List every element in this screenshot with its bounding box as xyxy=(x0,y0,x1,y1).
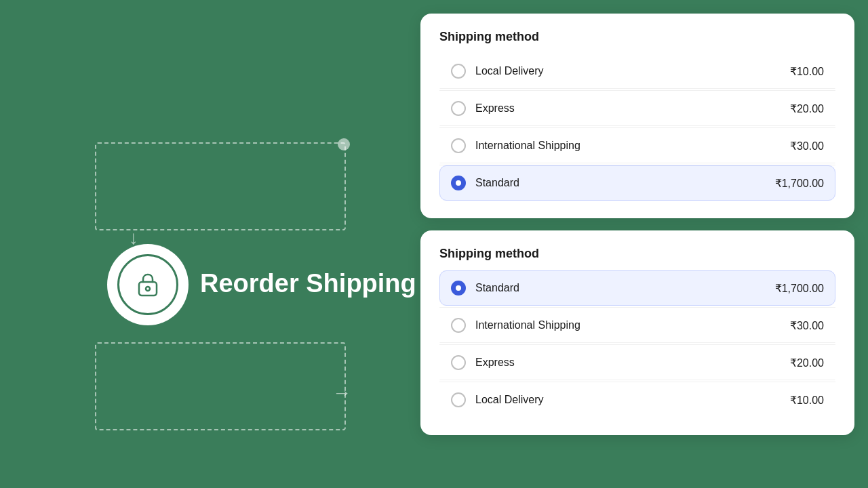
option-label-international-1: International Shipping xyxy=(475,140,790,152)
radio-local-delivery-2[interactable] xyxy=(451,392,466,407)
option-price-international-2: ₹30.00 xyxy=(790,319,824,332)
diagram-wrapper: ↓ Reorder Shipping → xyxy=(68,102,353,386)
bag-icon-circle xyxy=(107,244,189,325)
option-price-express-1: ₹20.00 xyxy=(790,102,824,115)
option-label-international-2: International Shipping xyxy=(475,319,790,331)
option-price-local-delivery-2: ₹10.00 xyxy=(790,394,824,407)
shipping-option-international-1[interactable]: International Shipping ₹30.00 xyxy=(439,128,835,163)
shipping-card-1: Shipping method Local Delivery ₹10.00 Ex… xyxy=(420,14,854,218)
option-price-local-delivery-1: ₹10.00 xyxy=(790,65,824,78)
svg-rect-0 xyxy=(139,282,157,296)
svg-point-1 xyxy=(146,287,150,291)
option-price-standard-1: ₹1,700.00 xyxy=(775,177,824,190)
shipping-option-standard-2[interactable]: Standard ₹1,700.00 xyxy=(439,270,835,306)
shipping-option-local-delivery-1[interactable]: Local Delivery ₹10.00 xyxy=(439,54,835,89)
dot-top-right-icon xyxy=(338,138,350,150)
option-label-express-2: Express xyxy=(475,357,790,369)
bag-icon-inner xyxy=(117,254,178,315)
radio-international-1[interactable] xyxy=(451,138,466,153)
background: ↓ Reorder Shipping → Sh xyxy=(0,0,868,488)
card-1-title: Shipping method xyxy=(439,30,835,44)
option-label-standard-2: Standard xyxy=(475,282,775,294)
option-label-express-1: Express xyxy=(475,102,790,115)
option-price-international-1: ₹30.00 xyxy=(790,140,824,152)
bag-icon xyxy=(134,270,162,299)
option-label-local-delivery-2: Local Delivery xyxy=(475,394,790,406)
shipping-option-standard-1[interactable]: Standard ₹1,700.00 xyxy=(439,165,835,201)
shipping-option-international-2[interactable]: International Shipping ₹30.00 xyxy=(439,308,835,343)
option-price-express-2: ₹20.00 xyxy=(790,357,824,369)
shipping-option-express-1[interactable]: Express ₹20.00 xyxy=(439,91,835,126)
shipping-option-express-2[interactable]: Express ₹20.00 xyxy=(439,345,835,380)
arrow-right-icon: → xyxy=(332,382,351,404)
radio-standard-2[interactable] xyxy=(451,281,466,296)
shipping-card-2: Shipping method Standard ₹1,700.00 Inter… xyxy=(420,230,854,435)
option-price-standard-2: ₹1,700.00 xyxy=(775,282,824,295)
dashed-rect-bottom xyxy=(95,342,346,430)
radio-express-1[interactable] xyxy=(451,101,466,116)
dashed-rect-top xyxy=(95,142,346,230)
radio-express-2[interactable] xyxy=(451,355,466,370)
option-label-local-delivery-1: Local Delivery xyxy=(475,65,790,77)
left-area: ↓ Reorder Shipping → xyxy=(0,0,420,488)
shipping-option-local-delivery-2[interactable]: Local Delivery ₹10.00 xyxy=(439,382,835,418)
radio-local-delivery-1[interactable] xyxy=(451,64,466,79)
radio-standard-1[interactable] xyxy=(451,176,466,190)
right-area: Shipping method Local Delivery ₹10.00 Ex… xyxy=(420,14,854,474)
option-label-standard-1: Standard xyxy=(475,177,775,189)
radio-international-2[interactable] xyxy=(451,318,466,333)
reorder-shipping-title: Reorder Shipping xyxy=(200,269,416,298)
card-2-title: Shipping method xyxy=(439,247,835,261)
